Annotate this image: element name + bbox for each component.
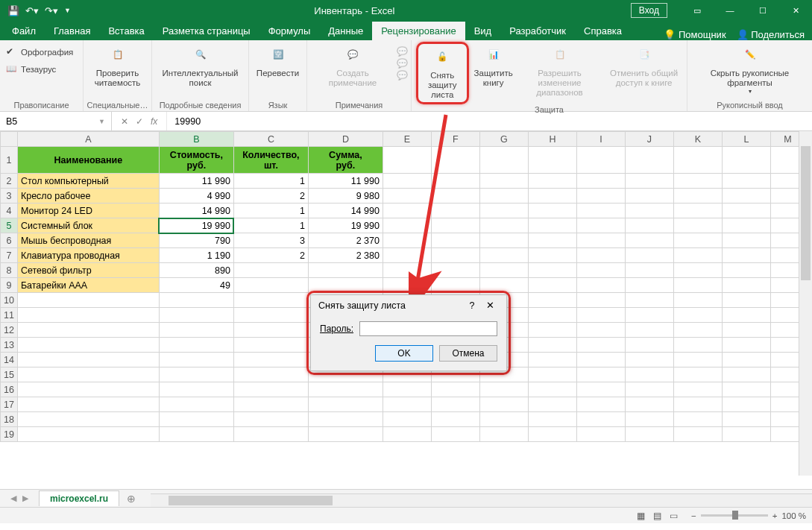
- cell[interactable]: [159, 293, 233, 308]
- cell[interactable]: [722, 323, 770, 338]
- normal-view-icon[interactable]: ▦: [634, 511, 648, 520]
- zoom-control[interactable]: − + 100 %: [691, 511, 806, 520]
- cell-A9[interactable]: Батарейки АAA: [17, 278, 159, 293]
- cell-J9[interactable]: [625, 278, 673, 293]
- row-header-1[interactable]: 1: [1, 147, 18, 174]
- cell-A2[interactable]: Стол компьютерный: [17, 174, 159, 189]
- cell[interactable]: [479, 147, 528, 174]
- cell-A4[interactable]: Монитор 24 LED: [17, 204, 159, 218]
- row-header-3[interactable]: 3: [1, 189, 18, 204]
- cell-K7[interactable]: [673, 248, 722, 263]
- cell-G7[interactable]: [479, 248, 528, 263]
- row-header-16[interactable]: 16: [1, 382, 18, 397]
- cell[interactable]: [722, 397, 770, 412]
- password-input[interactable]: [359, 321, 497, 336]
- cell[interactable]: [159, 382, 233, 397]
- cell-L8[interactable]: [722, 263, 770, 278]
- cell-A7[interactable]: Клавиатура проводная: [17, 248, 159, 263]
- cell[interactable]: [673, 353, 722, 367]
- cell-B4[interactable]: 14 990: [159, 204, 233, 218]
- cell-J4[interactable]: [625, 204, 673, 218]
- fx-icon[interactable]: fx: [151, 116, 157, 127]
- cell[interactable]: [625, 367, 673, 382]
- cell[interactable]: [233, 293, 308, 308]
- cell-J2[interactable]: [625, 174, 673, 189]
- row-header-6[interactable]: 6: [1, 233, 18, 248]
- cell-D6[interactable]: 2 370: [308, 233, 383, 248]
- row-header-4[interactable]: 4: [1, 204, 18, 218]
- name-box-dropdown-icon[interactable]: ▼: [98, 118, 105, 125]
- cell[interactable]: [233, 397, 308, 412]
- cell-G4[interactable]: [479, 204, 528, 218]
- cell-C5[interactable]: 1: [233, 218, 308, 233]
- cell-L3[interactable]: [722, 189, 770, 204]
- cell-L6[interactable]: [722, 233, 770, 248]
- row-header-15[interactable]: 15: [1, 367, 18, 382]
- row-header-11[interactable]: 11: [1, 308, 18, 323]
- tab-Вставка[interactable]: Вставка: [99, 22, 153, 40]
- new-sheet-button[interactable]: ⊕: [119, 493, 143, 505]
- cell[interactable]: [308, 412, 383, 427]
- cell[interactable]: [528, 308, 576, 323]
- cell-H8[interactable]: [528, 263, 576, 278]
- cell[interactable]: [159, 397, 233, 412]
- column-header-H[interactable]: H: [528, 132, 576, 147]
- page-layout-view-icon[interactable]: ▤: [650, 511, 664, 520]
- zoom-level[interactable]: 100 %: [781, 511, 806, 520]
- cell-G8[interactable]: [479, 263, 528, 278]
- cell[interactable]: [722, 353, 770, 367]
- cell[interactable]: [233, 382, 308, 397]
- cell-I5[interactable]: [576, 218, 625, 233]
- cell[interactable]: [17, 293, 159, 308]
- cell[interactable]: [431, 427, 479, 442]
- check-accessibility-button[interactable]: 📋Проверить читаемость: [86, 42, 148, 89]
- cell[interactable]: [17, 323, 159, 338]
- cell[interactable]: [528, 338, 576, 353]
- enter-formula-icon[interactable]: ✓: [136, 116, 143, 127]
- cell[interactable]: [17, 367, 159, 382]
- cell-H7[interactable]: [528, 248, 576, 263]
- cell-B5[interactable]: 19 990: [159, 218, 233, 233]
- cell[interactable]: [383, 412, 431, 427]
- cell-I4[interactable]: [576, 204, 625, 218]
- cell[interactable]: [528, 147, 576, 174]
- cell[interactable]: [308, 427, 383, 442]
- formula-input[interactable]: 19990: [167, 116, 812, 127]
- cell[interactable]: [308, 397, 383, 412]
- cell[interactable]: [673, 412, 722, 427]
- translate-button[interactable]: 🈳Перевести: [252, 42, 303, 80]
- vertical-scrollbar[interactable]: [799, 131, 812, 476]
- cell[interactable]: [673, 338, 722, 353]
- dialog-close-button[interactable]: ✕: [481, 300, 499, 311]
- sheet-tab[interactable]: microexcel.ru: [39, 490, 119, 506]
- cell[interactable]: [233, 308, 308, 323]
- cell-E3[interactable]: [383, 189, 431, 204]
- cell-K4[interactable]: [673, 204, 722, 218]
- cell-F2[interactable]: [431, 174, 479, 189]
- cell-G3[interactable]: [479, 189, 528, 204]
- column-header-B[interactable]: B: [159, 132, 233, 147]
- row-header-5[interactable]: 5: [1, 218, 18, 233]
- cell[interactable]: [722, 382, 770, 397]
- cell[interactable]: [625, 147, 673, 174]
- cell-L7[interactable]: [722, 248, 770, 263]
- cell[interactable]: [576, 293, 625, 308]
- minimize-button[interactable]: —: [714, 0, 746, 21]
- cell[interactable]: [528, 397, 576, 412]
- cell-B8[interactable]: 890: [159, 263, 233, 278]
- cell[interactable]: [673, 147, 722, 174]
- column-header-E[interactable]: E: [383, 132, 431, 147]
- cell-C3[interactable]: 2: [233, 189, 308, 204]
- tell-me[interactable]: 💡 Помощник: [664, 29, 726, 40]
- unprotect-sheet-button[interactable]: 🔓Снять защиту листа: [418, 44, 467, 102]
- cell-B3[interactable]: 4 990: [159, 189, 233, 204]
- name-box[interactable]: B5▼: [0, 112, 112, 130]
- cell-K5[interactable]: [673, 218, 722, 233]
- row-header-13[interactable]: 13: [1, 338, 18, 353]
- page-break-view-icon[interactable]: ▭: [667, 511, 681, 520]
- column-header-F[interactable]: F: [431, 132, 479, 147]
- cell[interactable]: [159, 412, 233, 427]
- cell-D5[interactable]: 19 990: [308, 218, 383, 233]
- cell-B2[interactable]: 11 990: [159, 174, 233, 189]
- cell[interactable]: [673, 397, 722, 412]
